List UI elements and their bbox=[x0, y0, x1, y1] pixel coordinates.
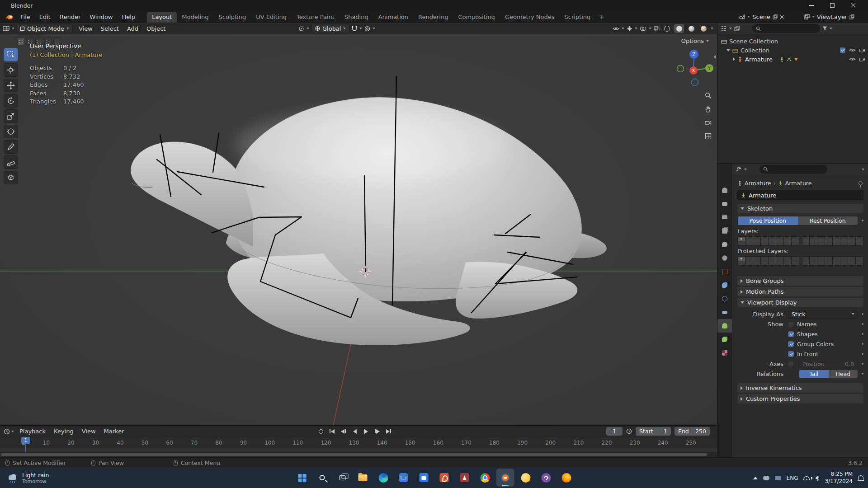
snap-magnet-icon[interactable] bbox=[352, 26, 357, 32]
workspace-tab[interactable]: Rendering bbox=[413, 12, 453, 23]
workspace-tab[interactable]: Texture Paint bbox=[292, 12, 340, 23]
axes-position-slider[interactable]: Position 0.0 bbox=[798, 360, 858, 368]
options-button[interactable]: Options bbox=[681, 38, 709, 44]
move-tool[interactable] bbox=[4, 79, 18, 92]
tab-scene[interactable] bbox=[717, 238, 732, 251]
play-reverse-button[interactable] bbox=[350, 428, 359, 435]
breadcrumb-object[interactable]: Armature bbox=[745, 180, 771, 187]
previous-keyframe-button[interactable] bbox=[339, 428, 348, 435]
animate-dot[interactable] bbox=[862, 343, 863, 345]
outliner-row-scene-collection[interactable]: Scene Collection bbox=[717, 37, 868, 46]
overlays-icon[interactable] bbox=[640, 26, 646, 31]
workspace-tab[interactable]: UV Editing bbox=[251, 12, 292, 23]
tab-texture[interactable] bbox=[717, 346, 732, 360]
add-workspace-button[interactable]: + bbox=[595, 12, 608, 21]
chrome-canary-icon[interactable] bbox=[517, 469, 535, 487]
workspace-tab[interactable]: Layout bbox=[147, 12, 177, 23]
access-icon[interactable] bbox=[456, 469, 474, 487]
file-explorer-icon[interactable] bbox=[354, 469, 372, 487]
animate-dot[interactable] bbox=[862, 363, 863, 365]
properties-editor-icon[interactable] bbox=[736, 166, 741, 172]
edge-icon[interactable] bbox=[374, 469, 392, 487]
workspace-tab[interactable]: Sculpting bbox=[213, 12, 251, 23]
tab-output[interactable] bbox=[717, 211, 732, 224]
outliner-row-collection[interactable]: Collection bbox=[717, 46, 868, 55]
view-layer-selector[interactable]: ViewLayer bbox=[804, 14, 854, 20]
select-box-tool[interactable] bbox=[4, 48, 18, 61]
network-icon[interactable] bbox=[803, 476, 810, 480]
end-frame-field[interactable]: End250 bbox=[675, 427, 710, 436]
outliner-row-armature[interactable]: Armature bbox=[717, 55, 868, 64]
workspace-tab[interactable]: Modeling bbox=[177, 12, 213, 23]
timeline-track-area[interactable] bbox=[0, 448, 717, 452]
workspace-tab[interactable]: Scripting bbox=[560, 12, 596, 23]
checkbox[interactable] bbox=[788, 331, 794, 337]
start-frame-field[interactable]: Start1 bbox=[636, 427, 671, 436]
outliner-search-input[interactable] bbox=[752, 24, 820, 33]
viewport-menu-item[interactable]: Select bbox=[97, 24, 123, 33]
use-preview-range-icon[interactable] bbox=[626, 428, 632, 434]
viewport-menu-item[interactable]: Add bbox=[123, 24, 142, 33]
menu-item[interactable]: Window bbox=[85, 12, 117, 22]
menu-item[interactable]: Help bbox=[118, 12, 140, 22]
3d-viewport[interactable]: Z Y X Options User Perspective (1) Colle… bbox=[0, 34, 717, 425]
eye-icon[interactable] bbox=[849, 48, 856, 52]
protected-grid-right[interactable] bbox=[802, 256, 864, 266]
playhead[interactable]: 1 bbox=[21, 437, 31, 457]
pin-icon[interactable] bbox=[859, 181, 863, 185]
timeline-ruler[interactable]: 1102030405060708090100110120130140150160… bbox=[0, 437, 717, 448]
navigation-gizmo[interactable]: Z Y X bbox=[677, 50, 714, 86]
workspace-tab[interactable]: Compositing bbox=[453, 12, 500, 23]
sidebar-toggle-arrow[interactable] bbox=[713, 53, 716, 60]
workspace-tab[interactable]: Animation bbox=[373, 12, 413, 23]
collection-checkbox[interactable] bbox=[840, 47, 845, 53]
auto-keying-button[interactable] bbox=[316, 428, 325, 435]
skeleton-section-header[interactable]: Skeleton bbox=[737, 204, 863, 213]
layer-grid-right[interactable] bbox=[802, 236, 864, 246]
editor-type-icon[interactable] bbox=[3, 25, 10, 32]
cursor-tool[interactable] bbox=[4, 63, 18, 77]
viber-icon[interactable] bbox=[537, 469, 555, 487]
tab-modifiers[interactable] bbox=[717, 278, 732, 292]
measure-tool[interactable] bbox=[4, 155, 18, 169]
blender-icon[interactable] bbox=[496, 469, 514, 487]
disclosure-closed-icon[interactable] bbox=[733, 57, 735, 61]
tab-render[interactable] bbox=[717, 197, 732, 211]
menu-item[interactable]: Render bbox=[55, 12, 85, 22]
rotate-tool[interactable] bbox=[4, 94, 18, 108]
checkbox[interactable] bbox=[788, 321, 794, 327]
motion-paths-section-header[interactable]: Motion Paths bbox=[737, 287, 863, 296]
filter-icon[interactable] bbox=[822, 26, 827, 31]
firefox-icon[interactable] bbox=[557, 469, 576, 487]
blender-logo-icon[interactable] bbox=[5, 14, 13, 20]
timeline-menu-item[interactable]: Keying bbox=[50, 427, 78, 436]
show-object-types-icon[interactable] bbox=[613, 26, 619, 31]
orientation-dropdown[interactable]: Global bbox=[311, 24, 349, 33]
jump-to-end-button[interactable] bbox=[384, 428, 393, 435]
inverse-kinematics-section-header[interactable]: Inverse Kinematics bbox=[737, 383, 863, 393]
annotate-tool[interactable] bbox=[4, 140, 18, 154]
animate-dot[interactable] bbox=[862, 373, 863, 375]
axes-checkbox[interactable] bbox=[788, 361, 794, 367]
protected-grid-left[interactable] bbox=[737, 256, 799, 266]
start-button[interactable] bbox=[293, 469, 311, 487]
next-keyframe-button[interactable] bbox=[373, 428, 382, 435]
minimize-button[interactable] bbox=[801, 0, 822, 11]
menu-item[interactable]: File bbox=[16, 12, 35, 22]
proportional-editing-icon[interactable] bbox=[364, 26, 370, 32]
timeline-menu-item[interactable]: Marker bbox=[100, 427, 128, 436]
tab-bone[interactable] bbox=[717, 333, 732, 346]
tray-overflow-icon[interactable] bbox=[753, 477, 758, 479]
close-button[interactable] bbox=[843, 0, 863, 11]
search-button[interactable] bbox=[313, 469, 331, 487]
custom-properties-section-header[interactable]: Custom Properties bbox=[737, 394, 863, 404]
camera-view-button[interactable] bbox=[705, 119, 712, 126]
select-mode-new[interactable] bbox=[17, 38, 25, 45]
bone-groups-section-header[interactable]: Bone Groups bbox=[737, 276, 863, 286]
animate-dot[interactable] bbox=[862, 323, 863, 325]
checkbox[interactable] bbox=[788, 341, 794, 347]
gizmos-icon[interactable] bbox=[627, 26, 632, 32]
animate-dot[interactable] bbox=[862, 313, 863, 315]
render-visibility-icon[interactable] bbox=[859, 57, 865, 61]
new-scene-icon[interactable] bbox=[773, 14, 778, 19]
